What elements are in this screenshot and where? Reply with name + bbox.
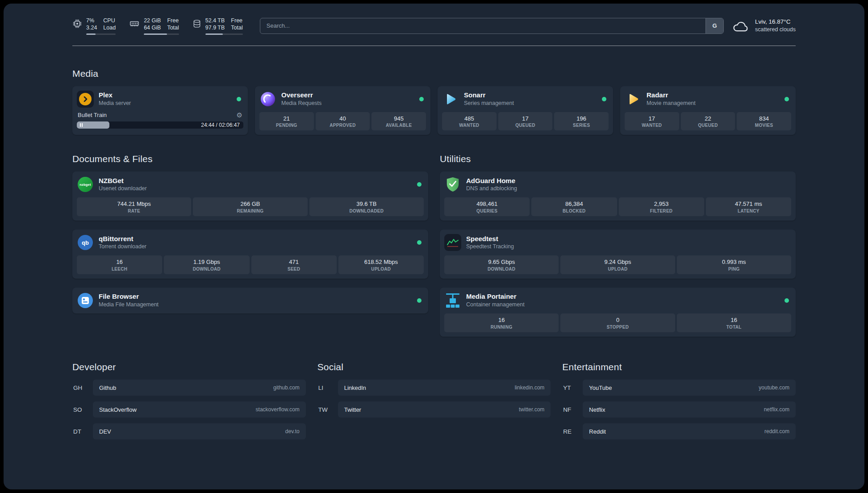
cpu-load: 3.24 (86, 24, 97, 31)
bookmark-dev[interactable]: DEV dev.to (93, 423, 306, 439)
stat-movies: 834 MOVIES (737, 112, 791, 131)
bookmark-row: LI LinkedIn linkedin.com (317, 380, 551, 396)
service-subtitle: DNS and adblocking (466, 185, 517, 192)
service-title: AdGuard Home (466, 177, 517, 185)
section-heading-documents: Documents & Files (72, 154, 428, 164)
service-card-radarr[interactable]: Radarr Movie management 17 WANTED 22 QUE… (620, 86, 796, 135)
plex-icon (77, 91, 94, 108)
adguard-icon (444, 176, 461, 193)
disk-icon (192, 19, 201, 29)
bookmark-abbr: GH (72, 384, 93, 391)
bookmark-github[interactable]: Github github.com (93, 380, 306, 396)
service-card-qbittorrent[interactable]: qb qBittorrent Torrent downloader 16 (72, 230, 428, 279)
qbittorrent-icon: qb (77, 234, 94, 251)
stat-running: 16 RUNNING (444, 313, 559, 332)
search-input[interactable] (260, 18, 705, 33)
stat-queued: 22 QUEUED (681, 112, 735, 131)
search-provider-button[interactable]: G (705, 18, 723, 33)
service-subtitle: Media Requests (281, 100, 321, 107)
cpu-label-2: Load (103, 24, 116, 31)
bookmark-row: TW Twitter twitter.com (317, 401, 551, 418)
service-card-adguard[interactable]: AdGuard Home DNS and adblocking 498,461 … (440, 171, 796, 221)
stat-upload: 9.24 Gbps UPLOAD (560, 255, 675, 274)
service-card-filebrowser[interactable]: File Browser Media File Management (72, 288, 428, 313)
cpu-percent: 7% (86, 17, 97, 24)
memory-icon (129, 19, 140, 29)
bookmark-group-social: Social LI LinkedIn linkedin.com TW Twitt… (317, 362, 551, 439)
memory-widget: 22 GiB 64 GiB Free Total (129, 17, 179, 35)
bookmark-group-developer: Developer GH Github github.com SO StackO… (72, 362, 306, 439)
sonarr-icon (442, 91, 459, 108)
service-card-plex[interactable]: Plex Media server Bullet Train ⚙ 24:44 /… (72, 86, 248, 135)
bookmark-stackoverflow[interactable]: StackOverflow stackoverflow.com (93, 401, 306, 418)
memory-total: 64 GiB (144, 24, 161, 31)
bookmark-row: SO StackOverflow stackoverflow.com (72, 401, 306, 418)
stat-rate: 744.21 Mbps RATE (77, 197, 191, 216)
top-bar: 7% 3.24 CPU Load (72, 17, 796, 35)
stat-queries: 498,461 QUERIES (444, 197, 530, 216)
section-heading-media: Media (72, 68, 796, 79)
weather-widget: Lviv, 16.87°C scattered clouds (732, 18, 796, 33)
section-heading-entertainment: Entertainment (562, 362, 796, 372)
disk-label-2: Total (231, 24, 242, 31)
bookmark-linkedin[interactable]: LinkedIn linkedin.com (338, 380, 551, 396)
bookmark-row: RE Reddit reddit.com (562, 423, 796, 439)
service-card-portainer[interactable]: Media Portainer Container management 16 … (440, 288, 796, 337)
bookmark-row: GH Github github.com (72, 380, 306, 396)
stat-filtered: 2,953 FILTERED (619, 197, 704, 216)
search-bar: G (260, 18, 724, 34)
stat-wanted: 17 WANTED (625, 112, 679, 131)
disk-total: 97.9 TB (205, 24, 225, 31)
service-title: qBittorrent (99, 235, 146, 243)
bookmark-youtube[interactable]: YouTube youtube.com (583, 380, 796, 396)
memory-usage-bar (144, 33, 179, 35)
now-playing-title: Bullet Train (78, 112, 107, 118)
service-title: NZBGet (99, 177, 147, 185)
cpu-widget: 7% 3.24 CPU Load (72, 17, 116, 35)
service-card-sonarr[interactable]: Sonarr Series management 485 WANTED 17 Q… (438, 86, 613, 135)
section-heading-developer: Developer (72, 362, 306, 372)
stat-pending: 21 PENDING (259, 112, 314, 131)
stat-blocked: 86,384 BLOCKED (531, 197, 617, 216)
radarr-icon (625, 91, 642, 108)
header-divider (72, 46, 796, 46)
bookmark-abbr: TW (317, 406, 338, 413)
service-subtitle: Movie management (647, 100, 696, 107)
stat-remaining: 266 GB REMAINING (193, 197, 307, 216)
service-title: File Browser (99, 292, 159, 301)
stat-total: 16 TOTAL (677, 313, 791, 332)
bookmark-twitter[interactable]: Twitter twitter.com (338, 401, 551, 418)
status-dot (785, 298, 789, 303)
overseerr-icon (259, 91, 276, 108)
service-title: Plex (99, 91, 131, 100)
stat-download: 9.65 Gbps DOWNLOAD (444, 255, 559, 274)
pause-icon (80, 123, 83, 127)
disk-widget: 52.4 TB 97.9 TB Free Total (192, 17, 243, 35)
service-card-overseerr[interactable]: Overseerr Media Requests 21 PENDING 40 A… (255, 86, 430, 135)
disk-usage-bar (205, 33, 243, 35)
stat-approved: 40 APPROVED (316, 112, 370, 131)
bookmark-row: DT DEV dev.to (72, 423, 306, 439)
stat-upload: 618.52 Mbps UPLOAD (338, 255, 424, 274)
service-card-nzbget[interactable]: nzbget NZBGet Usenet downloader 744.21 M… (72, 171, 428, 221)
status-dot (785, 97, 789, 101)
service-subtitle: Media server (99, 100, 131, 107)
weather-location: Lviv, 16.87°C (755, 18, 796, 26)
service-title: Overseerr (281, 91, 321, 100)
service-card-speedtest[interactable]: Speedtest Speedtest Tracking 9.65 Gbps D… (440, 230, 796, 279)
bookmark-abbr: DT (72, 428, 93, 435)
service-subtitle: Media File Management (99, 301, 159, 309)
bookmark-netflix[interactable]: Netflix netflix.com (583, 401, 796, 418)
nzbget-icon: nzbget (77, 176, 94, 193)
stat-downloaded: 39.6 TB DOWNLOADED (309, 197, 424, 216)
bookmark-reddit[interactable]: Reddit reddit.com (583, 423, 796, 439)
stat-leech: 16 LEECH (77, 255, 162, 274)
bookmark-abbr: LI (317, 384, 338, 391)
disk-label: Free (231, 17, 242, 24)
memory-label-2: Total (167, 24, 179, 31)
status-dot (417, 182, 421, 187)
gear-icon[interactable]: ⚙ (237, 112, 242, 118)
cpu-usage-bar (86, 33, 116, 35)
stat-seed: 471 SEED (251, 255, 337, 274)
bookmark-abbr: RE (562, 428, 583, 435)
